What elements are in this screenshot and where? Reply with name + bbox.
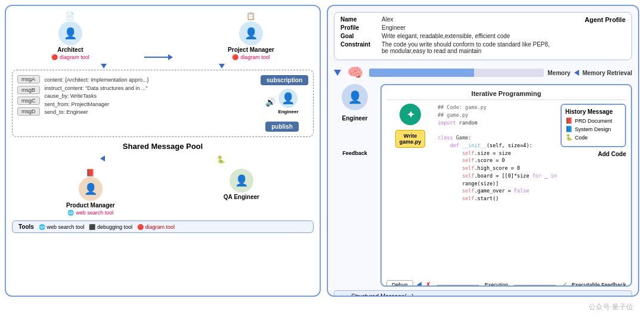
qa-engineer-label: QA Engineer — [224, 194, 259, 200]
msg-content: content: {Architect: Implementation appr… — [45, 75, 251, 117]
write-game-box: Write game.py — [395, 130, 426, 148]
msg-label-a: msgA — [17, 75, 40, 83]
code-label: Code — [575, 135, 588, 141]
msg-labels: msgA msgB msgC msgD — [17, 75, 40, 116]
engineer-main-label: Engineer — [342, 115, 368, 122]
pm-block: 📋 👤 Project Manager 🔴 diagram tool — [228, 12, 274, 60]
prd-label: PRD Document — [575, 118, 612, 124]
qa-engineer-block: 👤 QA Engineer — [224, 169, 259, 216]
sysdesign-icon: 📘 — [565, 126, 572, 132]
engineer-left-col: 👤 Engineer Feedback — [334, 84, 376, 287]
code-content: ## Code: game.py ## game.py import rando… — [438, 104, 557, 203]
history-item-prd: 📕 PRD Document — [565, 117, 621, 124]
engineer-inline-avatar: 👤 — [278, 89, 298, 108]
up-arrows-row: 🐍 — [12, 156, 314, 164]
left-outer-box: 📄 👤 Architect 🔴 diagram tool 📋 � — [5, 5, 321, 297]
watermark: 公众号·量子位 — [589, 302, 633, 312]
code-line-5: def __init__(self, size=4): — [438, 142, 557, 150]
architect-avatar: 👤 — [58, 21, 82, 45]
pm-label: Project Manager — [228, 46, 274, 53]
history-item-sysdesign: 📘 System Design — [565, 126, 621, 132]
pm-avatar: 👤 — [239, 21, 263, 45]
shared-pool-title: Shared Message Pool — [12, 142, 314, 151]
pdf-icon: 📕 — [86, 169, 95, 177]
subscription-button[interactable]: subscription — [261, 75, 308, 85]
debug-box: Debug — [386, 280, 413, 287]
memory-label: Memory — [547, 70, 570, 76]
engineer-inline-label: Engineer — [278, 109, 298, 114]
history-box: History Message 📕 PRD Document 📘 System … — [561, 104, 626, 147]
iterative-box: Iterative Programming ✦ Write game.py ##… — [380, 84, 632, 287]
tools-legend: Tools 🌐 web search tool ⬛ debugging tool… — [12, 220, 314, 233]
inner-box-content: msgA msgB msgC msgD content: {Architect:… — [17, 75, 308, 132]
engineer-arrow-col — [334, 70, 341, 76]
audio-engineer-row: 🔊 👤 Engineer — [265, 89, 298, 114]
execution-label: Execution — [485, 282, 509, 287]
debug-label: Debug — [392, 282, 408, 287]
msg-line-2: instruct_content: "Data structures and i… — [45, 85, 251, 93]
profile-profile-val: Engineer — [382, 24, 405, 31]
web-search-icon-1: 🌐 — [67, 210, 74, 216]
product-manager-tool-label: web search tool — [76, 210, 113, 216]
memory-section: 🧠 Memory Memory Retrieval — [334, 65, 632, 80]
check-icon: ✓ — [562, 281, 568, 287]
qa-engineer-avatar: 👤 — [230, 169, 253, 192]
bottom-execution-bar: Debug ✗ Execution ✓ Executable Feedback — [386, 280, 626, 287]
architect-tool-label: diagram tool — [60, 54, 89, 60]
code-line-6: self.size = size — [438, 150, 557, 157]
code-line-10: range(size)] — [438, 180, 557, 188]
code-line-4: class Game: — [438, 134, 557, 142]
pm-tool: 🔴 diagram tool — [232, 54, 270, 60]
msg-label-c: msgC — [17, 97, 40, 105]
pm-file-icon: 📋 — [246, 12, 255, 20]
history-title: History Message — [565, 108, 621, 115]
tool-debug: ⬛ debugging tool — [89, 224, 132, 230]
code-line-8: self.high_score = 0 — [438, 164, 557, 172]
msg-content-area: content: {Architect: Implementation appr… — [45, 75, 251, 117]
msg-line-3: cause_by: WriteTasks — [45, 92, 251, 101]
arrow-down-engineer — [334, 70, 341, 76]
profile-profile-row: Profile Engineer — [340, 24, 626, 31]
profile-constraint-key: Constraint — [340, 41, 379, 54]
cross-icon: ✗ — [425, 281, 431, 287]
code-line-3: import random — [438, 119, 557, 127]
profile-name-val: Alex — [382, 16, 393, 23]
pm-tool-label: diagram tool — [240, 54, 270, 60]
msg-line-1: content: {Architect: Implementation appr… — [45, 76, 251, 85]
iterative-right-col: History Message 📕 PRD Document 📘 System … — [561, 104, 626, 278]
executable-feedback-label: Executable Feedback — [571, 282, 626, 287]
down-arrows-row — [12, 64, 314, 69]
execution-line — [437, 285, 479, 285]
architect-label: Architect — [57, 46, 83, 53]
code-icon: 🐍 — [565, 134, 572, 141]
code-line-12: self.start() — [438, 195, 557, 203]
profile-name-row: Name Alex — [340, 16, 626, 23]
python-icon: 🐍 — [216, 156, 225, 164]
main-container: 📄 👤 Architect 🔴 diagram tool 📋 � — [0, 0, 644, 323]
arrow-left-1 — [100, 156, 105, 162]
tools-label: Tools — [18, 223, 34, 230]
memory-bar-fill — [369, 69, 474, 77]
h-line-1 — [144, 57, 168, 58]
feedback-label: Feedback — [342, 150, 367, 156]
architect-block: 📄 👤 Architect 🔴 diagram tool — [51, 12, 89, 60]
engineer-iterative-row: 👤 Engineer Feedback Iterative Programmin… — [334, 84, 632, 287]
prd-icon: 📕 — [565, 117, 572, 124]
structured-msg-label: Structured Message(...) — [351, 293, 413, 297]
diagram-tool-icon-2: 🔴 — [232, 54, 239, 60]
product-manager-avatar: 👤 — [79, 177, 103, 201]
profile-constraint-row: Constraint The code you write should con… — [340, 41, 626, 54]
engineer-agent-avatar: 👤 — [342, 84, 368, 110]
profile-section: Agent Profile Name Alex Profile Engineer… — [334, 12, 632, 60]
tool-web: 🌐 web search tool — [39, 224, 85, 230]
arrow-down-1 — [101, 64, 107, 69]
right-side-inner: subscription 🔊 👤 Engineer publish — [256, 75, 308, 132]
brain-icon: 🧠 — [347, 65, 363, 80]
publish-button[interactable]: publish — [265, 122, 299, 132]
profile-name-key: Name — [340, 16, 379, 23]
code-line-7: self.score = 0 — [438, 157, 557, 164]
profile-constraint-val: The code you write should conform to cod… — [382, 41, 550, 54]
memory-retrieval-arrow-row — [574, 70, 579, 76]
iterative-left-col: ✦ Write game.py — [386, 104, 434, 278]
chatgpt-icon: ✦ — [400, 104, 421, 125]
